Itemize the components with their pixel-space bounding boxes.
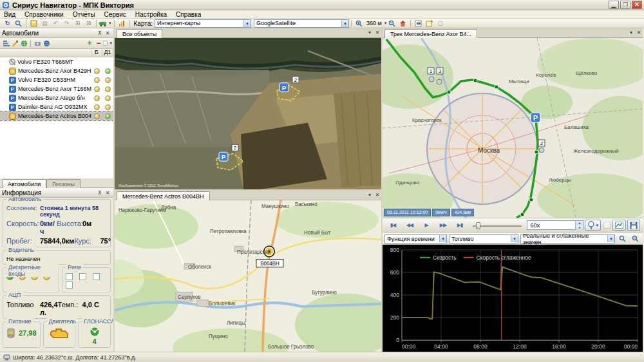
camera-icon[interactable] [33,39,42,48]
main-area: Автомобили ⊼ ✕ + − ▾ [0,28,644,352]
close-button[interactable]: ✕ [632,1,642,9]
favorites-button[interactable] [29,19,39,28]
ruler-button[interactable]: ⊞ [73,19,82,28]
chart-button[interactable] [612,220,626,231]
actros-map-canvas[interactable]: В004ВН Нерюково-ГарутиноДубнаМанушкиноВа… [115,200,381,352]
measure-button[interactable]: ⊠ [84,19,93,28]
svg-text:200: 200 [390,314,399,321]
track-map-canvas[interactable]: 1 3 P 2 МоскваМытищиКор [383,38,643,218]
chart-function-combo[interactable]: Функция времени▾ [384,234,447,243]
spin-down-icon: ▼ [575,225,583,230]
vehicle-row[interactable]: Daimler-Benz AG О932МХ [0,102,113,111]
home-button[interactable] [398,19,408,28]
vehicle-row[interactable]: Volvo FE320 С533НМ [0,75,113,84]
columns-button[interactable]: ▾ [103,39,112,48]
rewind-button[interactable]: ◀◀ [402,220,417,231]
tab-close-icon[interactable]: ✕ [374,29,381,36]
chart-zoom-in-icon[interactable] [618,234,627,243]
save-button[interactable] [627,220,640,231]
svg-text:0: 0 [396,337,399,343]
relay-checkbox[interactable] [66,273,73,280]
vehicle-row[interactable]: Mercedes-Benz Axor В429НВ [0,66,113,75]
track-option-checkbox[interactable] [602,221,611,229]
close-panel-icon[interactable]: ✕ [104,189,111,196]
brush-icon[interactable] [10,39,19,48]
restore-button[interactable]: ❐ [620,1,630,9]
reports-chart-button[interactable] [117,19,127,28]
waypoint-badge-1: 2 [292,77,299,83]
relay-checkbox[interactable] [93,273,100,280]
refresh-button[interactable]: ↻ [3,19,12,28]
vehicle-row[interactable]: Volvo FE320 Т666МТ [0,57,113,66]
vehicle-row[interactable]: Mercedes-Benz Atego б/н [0,93,113,102]
vehicle-row[interactable]: Mercedes-Benz Axor Т166МТ [0,84,113,93]
tab-track[interactable]: Трек Mercedes-Benz Axor В4... [384,29,477,38]
notes-button[interactable] [424,19,434,28]
menu-item[interactable]: Справочники [24,11,64,18]
tab-dropdown-icon[interactable]: ▾ [627,29,635,36]
tab-vehicles[interactable]: Автомобили [2,179,46,188]
tab-actros-map[interactable]: Mercedes-Benz Actros В004ВН [117,191,210,200]
tab-all-objects[interactable]: Все объекты [117,29,162,38]
chart-mode-combo[interactable]: Реальные и сглаженные значен▾ [520,234,615,243]
tab-close-icon[interactable]: ✕ [374,191,381,198]
skip-end-button[interactable]: ▶▮ [452,220,468,231]
satellite-map-canvas[interactable]: P 2 P 2 Изоб [115,38,381,189]
chart-parameter-combo[interactable]: Топливо▾ [449,234,518,243]
speed-label: Скорость: [6,220,40,235]
globe-icon[interactable] [19,39,28,48]
relay-checkbox[interactable] [79,273,86,280]
map-place-label: Бутурлино [312,290,337,296]
svg-text:1: 1 [430,68,432,74]
tab-dropdown-icon[interactable]: ▾ [366,29,374,36]
close-panel-icon[interactable]: ✕ [104,30,111,37]
sort-icon[interactable] [1,39,10,48]
zoom-in-icon[interactable] [354,19,364,28]
pin-icon[interactable]: ⊼ [96,189,104,196]
edit-button[interactable]: ▤ [40,19,50,28]
column-b-header[interactable]: Б [91,49,102,57]
zoom-out-icon[interactable] [387,19,397,28]
pin-icon[interactable]: ⊼ [96,30,104,37]
undo-button[interactable]: ↶ [51,19,61,28]
skip-start-button[interactable]: ▮◀ [385,220,401,231]
chart-canvas[interactable]: 00:0004:0008:0012:0016:0020:0000:0002004… [383,245,643,352]
add-vehicle-button[interactable]: + [85,39,94,48]
legend-button[interactable] [413,19,423,28]
remove-vehicle-button[interactable]: − [94,39,103,48]
zoom-level-combo[interactable]: 360 м [366,20,382,26]
map-source-combo[interactable]: Интернет-карты▾ [155,19,251,28]
menu-item[interactable]: Справка [176,11,201,18]
column-d1-header[interactable]: Д1 [102,49,113,57]
play-button[interactable]: ▶ [419,220,434,231]
menu-item[interactable]: Настройка [135,11,167,18]
menu-item[interactable]: Сервис [104,11,126,18]
globe2-icon[interactable] [42,39,51,48]
redo-button[interactable]: ↷ [62,19,71,28]
map-place-label: Манушкино [261,204,289,209]
placeholder-button[interactable]: ▢ [435,19,445,28]
map-place-label: Большое Грызлово [268,344,314,350]
menu-item[interactable]: Отчёты [73,11,95,18]
playback-speed-spinner[interactable]: 60x ▲▼ [527,220,583,230]
tab-dropdown-icon[interactable]: ▾ [366,191,374,198]
window-title: Сириус Навигатор - МПК Виктория [12,1,607,9]
relay-checkbox[interactable] [66,281,73,289]
timeline-slider[interactable] [473,220,522,231]
svg-text:20:00: 20:00 [591,343,605,350]
course-value: 75° [100,237,111,245]
zoom-dropdown-icon[interactable]: ▾ [384,21,387,26]
show-marker-button[interactable]: ▾ [585,220,601,231]
minimize-button[interactable]: ▁ [609,1,619,9]
vehicle-row[interactable]: Mercedes-Benz Actros В004ВН [0,111,113,120]
fast-forward-button[interactable]: ▶▶ [435,220,451,231]
driver-value: Не назначен [6,256,40,262]
tab-close-icon[interactable]: ✕ [635,29,643,36]
search-button[interactable] [14,19,23,28]
vehicle-menu-button[interactable]: ▾ [99,19,111,28]
engine-group: Двигатель [43,321,76,348]
map-layer-combo[interactable]: GoogleSatellite▾ [254,19,349,28]
tab-geozones[interactable]: Геозоны [46,179,80,188]
menu-item[interactable]: Вид [4,11,15,18]
chart-zoom-out-icon[interactable] [630,234,640,243]
